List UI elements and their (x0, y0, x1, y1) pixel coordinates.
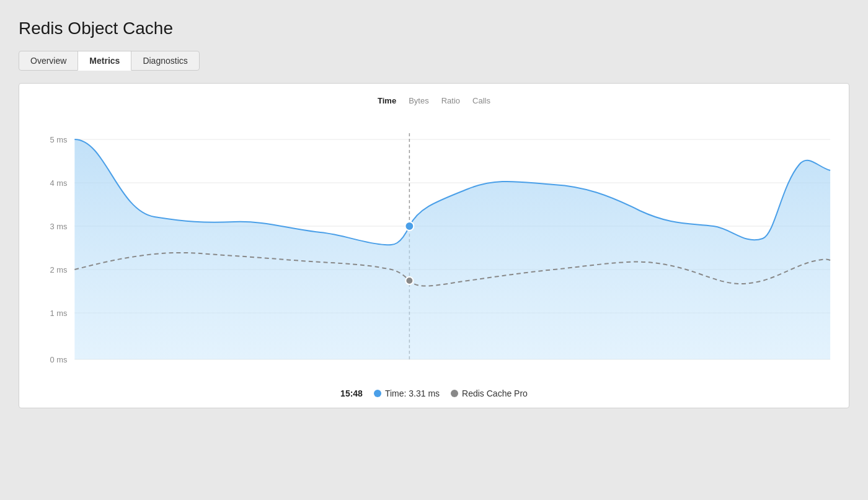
tab-diagnostics[interactable]: Diagnostics (131, 51, 199, 71)
chart-tab-bytes[interactable]: Bytes (409, 96, 429, 105)
svg-text:1 ms: 1 ms (50, 309, 68, 318)
chart-tab-time[interactable]: Time (378, 96, 396, 105)
tab-metrics[interactable]: Metrics (78, 51, 131, 71)
chart-legend-tabs: Time Bytes Ratio Calls (32, 96, 836, 105)
svg-text:3 ms: 3 ms (50, 222, 68, 231)
legend-item-time: Time: 3.31 ms (374, 388, 440, 398)
svg-text:4 ms: 4 ms (50, 178, 68, 188)
svg-point-14 (405, 277, 413, 284)
svg-text:0 ms: 0 ms (50, 355, 68, 364)
legend-dot-pro (451, 390, 458, 397)
tabs-bar: Overview Metrics Diagnostics (19, 51, 849, 71)
page-title: Redis Object Cache (19, 19, 849, 38)
chart-tab-ratio[interactable]: Ratio (441, 96, 460, 105)
footer-time: 15:48 (340, 388, 363, 398)
legend-label-time: Time: 3.31 ms (385, 388, 440, 398)
tab-overview[interactable]: Overview (19, 51, 78, 71)
svg-text:5 ms: 5 ms (50, 135, 68, 144)
svg-point-13 (405, 222, 414, 230)
legend-item-pro: Redis Cache Pro (451, 388, 528, 398)
svg-text:2 ms: 2 ms (50, 265, 68, 274)
chart-footer: 15:48 Time: 3.31 ms Redis Cache Pro (32, 388, 836, 398)
chart-area: 5 ms 4 ms 3 ms 2 ms 1 ms 0 ms (32, 115, 836, 381)
chart-tab-calls[interactable]: Calls (472, 96, 490, 105)
legend-dot-time (374, 390, 381, 397)
chart-container: Time Bytes Ratio Calls 5 ms 4 ms 3 ms 2 … (19, 83, 849, 408)
legend-label-pro: Redis Cache Pro (462, 388, 528, 398)
